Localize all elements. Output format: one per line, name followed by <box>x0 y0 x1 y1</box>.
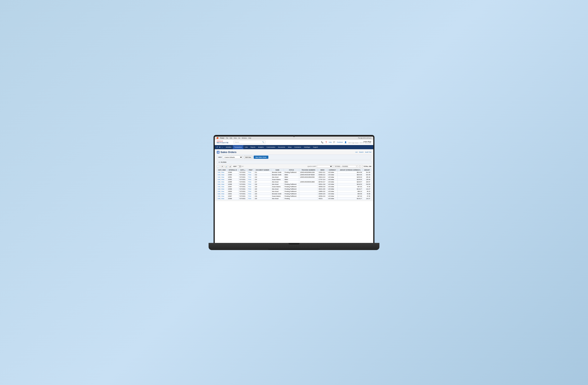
user-name: Leann Rego <box>348 141 371 142</box>
nav-analytics[interactable]: Analytics <box>257 145 265 149</box>
row-view-link[interactable]: View <box>221 195 224 197</box>
home-icon[interactable]: ⌂ <box>222 146 223 148</box>
nav-activities[interactable]: Activities <box>225 145 233 149</box>
new-sales-order-button[interactable]: New Sales Order <box>254 155 268 159</box>
header-link-search[interactable]: Search <box>359 152 363 153</box>
table-icon-copy[interactable]: 📄 <box>217 165 220 168</box>
page-title-icon: 📋 <box>217 151 219 154</box>
row-print-link[interactable]: Print <box>248 184 251 185</box>
nav-reports[interactable]: Reports <box>249 145 257 149</box>
row-view-link[interactable]: View <box>221 193 224 194</box>
col-amount[interactable]: AMOUNT <box>363 169 371 171</box>
col-tracking[interactable]: TRACKING NUMBERS <box>299 169 318 171</box>
row-edit-link[interactable]: Edit <box>218 181 220 183</box>
row-print-link[interactable]: Print <box>248 191 251 192</box>
row-print-link[interactable]: Print <box>248 193 251 194</box>
nav-customization[interactable]: Customization <box>265 145 276 149</box>
mac-menu-go[interactable]: Go <box>238 137 240 139</box>
table-row: Edit | View 22992 7/27/2021 Print 214 Su… <box>217 178 371 181</box>
table-row: Edit | View 22997 7/27/2021 Print 219 Su… <box>217 195 371 197</box>
row-view-link[interactable]: View <box>221 186 224 187</box>
row-view-link[interactable]: View <box>221 172 224 173</box>
row-view-link[interactable]: View <box>221 191 224 192</box>
col-status[interactable]: STATUS <box>284 169 299 171</box>
row-edit-link[interactable]: Edit <box>218 193 220 194</box>
row-view-link[interactable]: View <box>221 181 224 183</box>
nav-lists[interactable]: Lists <box>243 145 249 149</box>
view-select[interactable]: Custom Defaults <box>223 155 243 159</box>
row-print-link[interactable]: Print <box>248 174 251 175</box>
next-arrow[interactable]: › <box>360 165 363 168</box>
nav-setup[interactable]: Setup <box>286 145 293 149</box>
row-edit-link[interactable]: Edit <box>218 179 220 180</box>
row-edit-link[interactable]: Edit <box>218 195 220 197</box>
table-container: EDIT | VIEW INTERNAL ID DATE ▲ PRINT DOC… <box>217 169 371 200</box>
mac-menu-finder[interactable]: Finder <box>220 137 224 139</box>
col-date[interactable]: DATE ▲ <box>238 169 247 171</box>
table-row: Edit | View 22996 7/27/2021 Print 218 Al… <box>217 183 371 186</box>
col-currency[interactable]: CURRENCY <box>327 169 337 171</box>
prev-arrow[interactable]: ‹ <box>357 165 360 168</box>
feedback-label[interactable]: Feedback <box>337 141 343 143</box>
mac-menu-window[interactable]: Window <box>242 137 247 139</box>
row-print-link[interactable]: Print <box>248 176 251 178</box>
row-view-link[interactable]: View <box>221 174 224 175</box>
edit-view-button[interactable]: Edit View <box>244 155 252 159</box>
header-link-audit[interactable]: Audit Trail <box>365 152 371 153</box>
col-memo[interactable]: MEMO <box>318 169 327 171</box>
nav-transactions[interactable]: Transactions <box>233 145 244 149</box>
laptop-scene: 🍎 Finder File Edit View Go Window Help T… <box>209 135 379 250</box>
col-internal-id[interactable]: INTERNAL ID <box>227 169 238 171</box>
search-input-text: Search <box>235 141 261 143</box>
row-view-link[interactable]: View <box>221 188 224 190</box>
mac-menu-help[interactable]: Help <box>248 137 251 139</box>
mac-menu-edit[interactable]: Edit <box>230 137 232 139</box>
close-icon[interactable]: ✕ <box>242 166 244 167</box>
row-print-link[interactable]: Print <box>248 181 251 183</box>
row-print-link[interactable]: Print <box>248 186 251 187</box>
row-edit-link[interactable]: Edit <box>218 186 220 187</box>
row-view-link[interactable]: View <box>221 184 224 185</box>
quick-sort-select[interactable] <box>317 165 333 168</box>
row-print-link[interactable]: Print <box>248 172 251 173</box>
toggle-switch[interactable] <box>237 165 242 168</box>
row-edit-link[interactable]: Edit <box>218 184 220 185</box>
row-edit-link[interactable]: Edit <box>218 174 220 175</box>
header-link-list[interactable]: List <box>355 152 357 153</box>
nav-documents[interactable]: Documents <box>277 145 286 149</box>
row-edit-link[interactable]: Edit <box>218 188 220 190</box>
star-icon[interactable]: ★ <box>219 146 221 148</box>
nav-suiteapps[interactable]: SuiteApps <box>303 145 312 149</box>
col-amount-foreign[interactable]: AMOUNT (FOREIGN CURRENCY) <box>337 169 363 171</box>
table-icon-table[interactable]: ⊞ <box>221 165 224 168</box>
row-edit-link[interactable]: Edit <box>218 172 220 173</box>
row-print-link[interactable]: Print <box>248 195 251 197</box>
phone-icon: 📞 <box>321 141 323 143</box>
row-edit-link[interactable]: Edit <box>218 191 220 192</box>
mac-menu-file[interactable]: File <box>226 137 228 139</box>
row-view-link[interactable]: View <box>221 198 224 199</box>
table-icon-print[interactable]: 🖨 <box>229 165 232 168</box>
col-edit-view: EDIT | VIEW <box>217 169 227 171</box>
nav-commerce[interactable]: Commerce <box>293 145 302 149</box>
row-print-link[interactable]: Print <box>248 188 251 190</box>
mac-menu-view[interactable]: View <box>234 137 237 139</box>
row-edit-link[interactable]: Edit <box>218 198 220 199</box>
row-print-link[interactable]: Print <box>248 198 251 199</box>
col-name[interactable]: NAME <box>271 169 284 171</box>
laptop-base <box>268 249 320 250</box>
row-print-link[interactable]: Print <box>248 179 251 180</box>
table-icon-csv[interactable]: 📊 <box>225 165 228 168</box>
netsuite-topbar: ORACLE NETSUITE Search 🔍 📞 ❓ Help 💬 Feed… <box>215 139 373 145</box>
row-edit-link[interactable]: Edit <box>218 176 220 178</box>
row-view-link[interactable]: View <box>221 176 224 178</box>
page-header: 📋 Sales Orders List Search Audit Trail <box>217 151 371 154</box>
nav-support[interactable]: Support <box>312 145 319 149</box>
search-bar[interactable]: Search 🔍 <box>234 140 265 144</box>
table-row: Edit | View 22997 7/27/2021 Print 219 Su… <box>217 186 371 188</box>
date-range-display[interactable]: 7/27/2021 — 5/13/2021 <box>334 165 356 168</box>
help-label[interactable]: Help <box>329 141 332 143</box>
refresh-icon[interactable]: ↺ <box>216 146 218 148</box>
col-doc-num[interactable]: DOCUMENT NUMBER <box>254 169 271 171</box>
row-view-link[interactable]: View <box>221 179 224 180</box>
